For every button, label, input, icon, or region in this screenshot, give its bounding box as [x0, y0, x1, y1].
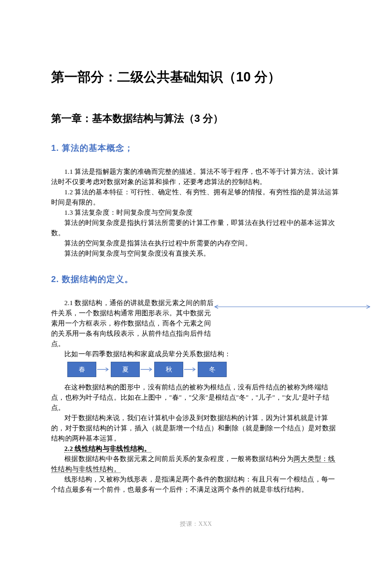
subsection-title: 2.2 线性结构与非线性结构。 [64, 445, 151, 453]
para: 比如一年四季数据结构和家庭成员辈分关系数据结构： [51, 349, 341, 359]
section-1-heading: 1. 算法的基本概念； [51, 142, 341, 154]
section-2-heading: 2. 数据结构的定义。 [51, 274, 341, 285]
para: 1.1 算法是指解题方案的准确而完整的描述。算法不等于程序，也不等于计算方法。设… [51, 167, 341, 187]
arrow-right-icon [96, 366, 111, 372]
diagram-node: 春 [67, 362, 96, 377]
diagram-node: 夏 [111, 362, 140, 377]
para: 线形结构，又被称为线形表，是指满足两个条件的数据结构：有且只有一个根结点，每一个… [51, 474, 341, 495]
double-arrow-icon [211, 305, 373, 306]
double-arrow-figure [222, 298, 341, 336]
para: 算法的时间复杂度与空间复杂度没有直接关系。 [51, 248, 341, 259]
chapter-title: 第一章：基本数据结构与算法（3 分） [51, 112, 341, 125]
part-title: 第一部分：二级公共基础知识（10 分） [51, 68, 341, 86]
diagram-node: 冬 [198, 362, 227, 377]
para: 算法的空间复杂度是指算法在执行过程中所需要的内存空间。 [51, 238, 341, 248]
para: 2.2 线性结构与非线性结构。 [51, 444, 341, 454]
arrow-right-icon [183, 366, 198, 372]
arrow-right-icon [140, 366, 154, 372]
para: 1.2 算法的基本特征：可行性、确定性、有穷性、拥有足够的情报。有穷性指的是算法… [51, 187, 341, 208]
para: 在这种数据结构的图形中，没有前结点的被称为根结点，没有后件结点的被称为终端结点，… [51, 382, 341, 413]
page-footer: 授课：XXX [51, 520, 341, 528]
wrapped-paragraph-block: 2.1 数据结构，通俗的讲就是数据元素之间的前后件关系，一个数据结构通常用图形表… [51, 298, 341, 359]
section-1: 1. 算法的基本概念； 1.1 算法是指解题方案的准确而完整的描述。算法不等于程… [51, 142, 341, 259]
para: 根据数据结构中各数据元素之间前后关系的复杂程度，一般将数据结构分为两大类型：线性… [51, 454, 341, 474]
diagram-node: 秋 [154, 362, 183, 377]
para: 对于数据结构来说，我们在计算机中会涉及到对数据结构的计算，因为计算机就是计算的，… [51, 413, 341, 444]
para: 算法的时间复杂度是指执行算法所需要的计算工作量，即算法在执行过程中的基本运算次数… [51, 218, 341, 238]
para: 1.3 算法复杂度：时间复杂度与空间复杂度 [51, 208, 341, 218]
section-2: 2. 数据结构的定义。 2.1 数据结构，通俗的讲就是数据元素之间的前后件关系，… [51, 274, 341, 495]
seasons-diagram: 春 夏 秋 冬 [67, 362, 341, 377]
